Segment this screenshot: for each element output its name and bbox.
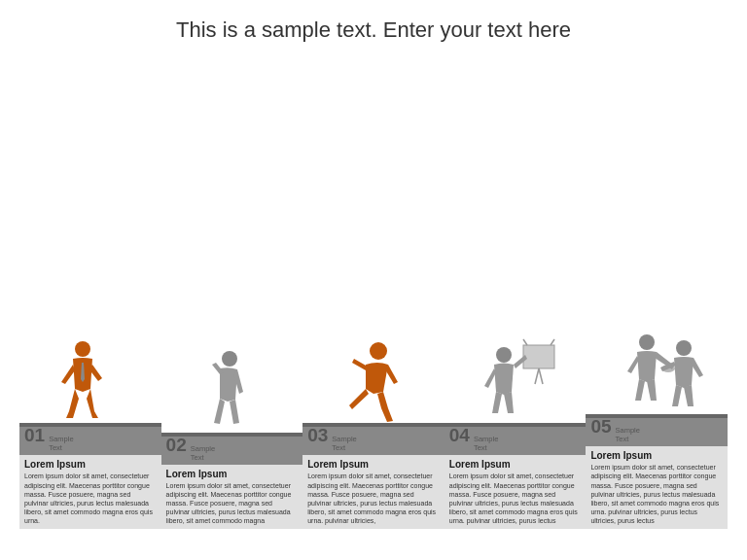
step-5: 05 SampleText Lorem Ipsum Lorem ipsum do… (586, 414, 728, 529)
step-4-content: Lorem Ipsum Lorem ipsum dolor sit amet, … (445, 455, 587, 529)
step-2-body: Lorem ipsum dolor sit amet, consectetuer… (166, 481, 299, 525)
step-1-header: 01 SampleText (19, 423, 161, 455)
step-5-heading: Lorem Ipsum (590, 450, 723, 461)
step-1-heading: Lorem Ipsum (24, 459, 157, 470)
step-2-header: 02 SampleText (161, 433, 303, 465)
step-5-body: Lorem ipsum dolor sit amet, consectetuer… (590, 463, 723, 525)
step-3-header: 03 SampleText (302, 423, 445, 455)
step-5-label: SampleText (616, 426, 640, 443)
svg-point-8 (496, 347, 512, 363)
step-4-label: SampleText (474, 435, 498, 452)
step-3-content: Lorem Ipsum Lorem ipsum dolor sit amet, … (302, 455, 445, 529)
step-4-body: Lorem ipsum dolor sit amet, consectetuer… (449, 472, 582, 525)
step-3-heading: Lorem Ipsum (307, 459, 440, 470)
step-5-number: 05 (590, 417, 611, 436)
figure-2 (193, 345, 270, 433)
steps-container: 01 SampleText Lorem Ipsum Lorem ipsum do… (19, 52, 728, 529)
step-2-content: Lorem Ipsum Lorem ipsum dolor sit amet, … (161, 465, 303, 529)
step-4: 04 SampleText Lorem Ipsum Lorem ipsum do… (445, 423, 587, 529)
step-3-label: SampleText (332, 435, 356, 452)
step-5-content: Lorem Ipsum Lorem ipsum dolor sit amet, … (586, 446, 728, 529)
figure-5 (618, 327, 695, 414)
svg-point-1 (222, 351, 237, 367)
svg-rect-3 (523, 345, 554, 368)
step-3: 03 SampleText Lorem Ipsum Lorem ipsum do… (302, 423, 445, 529)
svg-line-7 (551, 339, 554, 345)
svg-line-4 (535, 368, 539, 384)
figure-3 (335, 335, 412, 423)
svg-point-9 (639, 334, 655, 350)
slide-title: This is a sample text. Enter your text h… (19, 18, 728, 43)
slide: This is a sample text. Enter your text h… (0, 0, 747, 560)
step-1-content: Lorem Ipsum Lorem ipsum dolor sit amet, … (19, 455, 161, 529)
step-4-number: 04 (449, 426, 470, 444)
svg-point-2 (370, 342, 387, 360)
step-4-heading: Lorem Ipsum (449, 459, 582, 470)
svg-line-5 (539, 368, 543, 384)
step-2-number: 02 (166, 436, 187, 454)
svg-line-6 (523, 339, 527, 345)
step-1-label: SampleText (49, 435, 73, 452)
step-2-heading: Lorem Ipsum (166, 469, 299, 479)
figure-1 (52, 335, 129, 423)
step-3-number: 03 (307, 426, 328, 444)
figure-4 (477, 335, 554, 423)
svg-point-11 (661, 365, 675, 372)
step-3-body: Lorem ipsum dolor sit amet, consectetuer… (307, 472, 440, 525)
step-2: 02 SampleText Lorem Ipsum Lorem ipsum do… (161, 433, 303, 529)
step-4-header: 04 SampleText (445, 423, 587, 455)
step-1-number: 01 (24, 426, 45, 444)
svg-point-10 (676, 340, 692, 356)
step-1-body: Lorem ipsum dolor sit amet, consectetuer… (24, 472, 157, 525)
step-2-label: SampleText (191, 444, 215, 462)
step-1: 01 SampleText Lorem Ipsum Lorem ipsum do… (19, 423, 161, 529)
step-5-header: 05 SampleText (586, 414, 728, 446)
svg-point-0 (75, 341, 90, 357)
